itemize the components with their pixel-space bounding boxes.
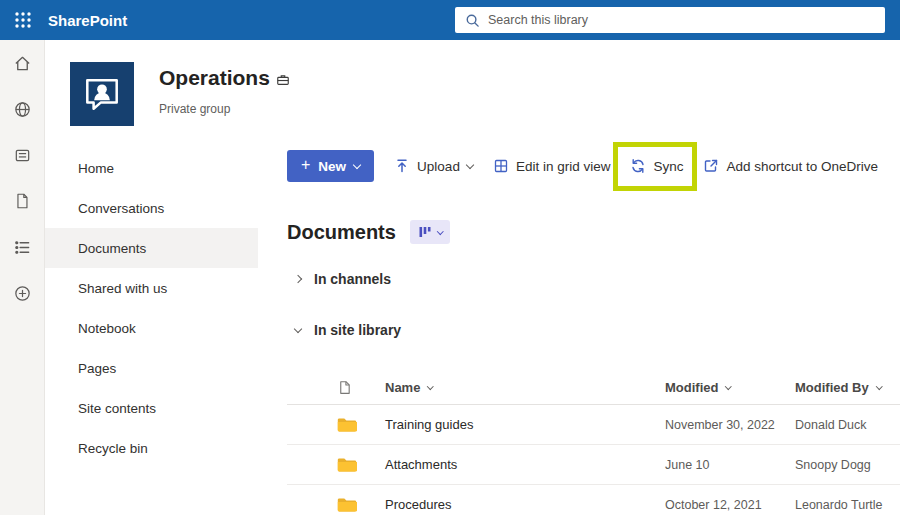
table-header-row: Name Modified Modified By [287, 370, 900, 405]
site-title: Operations [159, 66, 270, 90]
rail-documents-button[interactable] [12, 191, 32, 211]
sync-icon [630, 158, 646, 174]
chevron-right-icon [294, 275, 302, 283]
view-bars-icon [418, 225, 432, 239]
globe-icon [13, 100, 32, 119]
add-shortcut-onedrive-button[interactable]: Add shortcut to OneDrive [703, 158, 878, 174]
folder-icon [337, 497, 357, 513]
group-in-channels[interactable]: In channels [295, 271, 391, 287]
rail-create-button[interactable] [12, 283, 32, 303]
modified-by: Leonardo Turtle [795, 498, 883, 512]
modified-by: Snoopy Dogg [795, 458, 871, 472]
new-button-label: New [318, 159, 346, 174]
sync-label: Sync [653, 159, 683, 174]
group-label: In site library [314, 322, 401, 338]
chevron-down-icon [726, 383, 732, 389]
files-table: Name Modified Modified By Training guide… [287, 370, 900, 515]
sharepoint-brand-link[interactable]: SharePoint [48, 12, 127, 29]
column-header-file-type[interactable] [337, 380, 352, 395]
sync-button[interactable]: Sync [630, 158, 683, 174]
nav-item-recycle-bin[interactable]: Recycle bin [45, 428, 258, 468]
table-row[interactable]: Procedures October 12, 2021 Leonardo Tur… [287, 485, 900, 515]
column-label: Modified [665, 380, 718, 395]
file-name-link[interactable]: Attachments [385, 457, 457, 472]
app-launcher-button[interactable] [0, 0, 45, 40]
plus-icon: + [301, 157, 310, 173]
upload-button[interactable]: Upload [394, 158, 473, 174]
modified-by: Donald Duck [795, 418, 867, 432]
home-icon [13, 54, 32, 73]
nav-item-shared-with-us[interactable]: Shared with us [45, 268, 258, 308]
file-name-link[interactable]: Procedures [385, 497, 451, 512]
nav-item-notebook[interactable]: Notebook [45, 308, 258, 348]
file-type-icon [337, 380, 352, 395]
modified-date: October 12, 2021 [665, 498, 762, 512]
search-input[interactable] [488, 13, 875, 27]
waffle-icon [14, 11, 32, 29]
nav-item-site-contents[interactable]: Site contents [45, 388, 258, 428]
upload-label: Upload [417, 159, 460, 174]
folder-icon [337, 457, 357, 473]
search-box[interactable] [455, 7, 885, 33]
group-label: In channels [314, 271, 391, 287]
column-label: Name [385, 380, 420, 395]
rail-news-button[interactable] [12, 145, 32, 165]
column-label: Modified By [795, 380, 869, 395]
app-rail [0, 40, 45, 515]
folder-icon [337, 417, 357, 433]
site-privacy-label: Private group [159, 102, 290, 116]
group-in-site-library[interactable]: In site library [295, 322, 401, 338]
new-button[interactable]: + New [287, 150, 374, 182]
upload-icon [394, 158, 410, 174]
library-title: Documents [287, 221, 396, 244]
rail-home-button[interactable] [12, 53, 32, 73]
shortcut-icon [703, 158, 719, 174]
column-header-modified[interactable]: Modified [665, 380, 731, 395]
grid-icon [493, 158, 509, 174]
file-name-link[interactable]: Training guides [385, 417, 473, 432]
view-selector-button[interactable] [410, 220, 451, 244]
library-icon [13, 238, 32, 257]
briefcase-icon [276, 73, 290, 87]
rail-library-button[interactable] [12, 237, 32, 257]
sharepoint-app: SharePoint [0, 0, 900, 515]
add-circle-icon [13, 284, 32, 303]
chevron-down-icon [427, 383, 433, 389]
chevron-down-icon [294, 324, 302, 332]
person-chat-icon [81, 73, 123, 115]
column-header-modified-by[interactable]: Modified By [795, 380, 881, 395]
nav-item-documents[interactable]: Documents [45, 228, 258, 268]
table-row[interactable]: Attachments June 10 Snoopy Dogg [287, 445, 900, 485]
suite-bar: SharePoint [0, 0, 900, 40]
site-header: Operations Private group [45, 40, 900, 140]
edit-grid-view-button[interactable]: Edit in grid view [493, 158, 611, 174]
chevron-down-icon [466, 160, 474, 168]
chevron-down-icon [437, 228, 443, 234]
modified-date: November 30, 2022 [665, 418, 775, 432]
edit-grid-view-label: Edit in grid view [516, 159, 611, 174]
chevron-down-icon [353, 160, 361, 168]
column-header-name[interactable]: Name [385, 380, 433, 395]
nav-item-home[interactable]: Home [45, 148, 258, 188]
search-icon [465, 13, 480, 28]
command-bar: + New Upload Edit in grid view [287, 149, 900, 183]
sync-command-wrap: Sync [630, 158, 683, 174]
rail-globe-button[interactable] [12, 99, 32, 119]
library-heading-row: Documents [287, 220, 450, 244]
chevron-down-icon [876, 383, 882, 389]
add-shortcut-label: Add shortcut to OneDrive [726, 159, 878, 174]
nav-item-conversations[interactable]: Conversations [45, 188, 258, 228]
site-nav: Home Conversations Documents Shared with… [45, 140, 258, 515]
table-row[interactable]: Training guides November 30, 2022 Donald… [287, 405, 900, 445]
nav-item-pages[interactable]: Pages [45, 348, 258, 388]
document-icon [13, 192, 31, 210]
news-icon [13, 146, 32, 165]
modified-date: June 10 [665, 458, 709, 472]
site-logo[interactable] [70, 62, 134, 126]
